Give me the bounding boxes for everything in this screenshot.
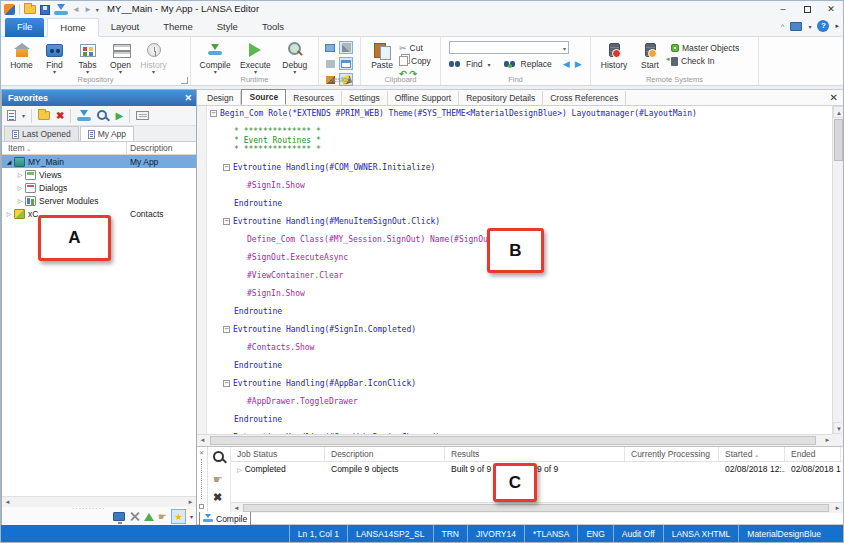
job-column-description[interactable]: Description [325, 447, 445, 461]
tree-item-views[interactable]: ▷Views [2, 168, 196, 181]
status-item-7[interactable]: LANSA XHTML [663, 525, 739, 543]
column-item[interactable]: Item▴ [8, 143, 30, 153]
maximize-button[interactable] [795, 1, 819, 18]
expand-icon[interactable]: ▷ [16, 171, 24, 178]
forward-icon[interactable]: ► [84, 5, 92, 14]
design-toolbox-button[interactable] [339, 41, 353, 54]
compile-tab[interactable]: Compile [199, 512, 251, 526]
find-previous-icon[interactable]: ◀ [563, 59, 570, 69]
back-icon[interactable]: ◄ [72, 5, 80, 14]
design-window-button[interactable] [339, 57, 353, 70]
open-icon[interactable] [38, 111, 50, 120]
status-item-3[interactable]: JIVORY14 [467, 525, 524, 543]
editor-vscrollbar[interactable]: ▲ ▼ [832, 106, 844, 434]
delete-icon[interactable]: ✖ [56, 110, 64, 121]
document-tab-design[interactable]: Design [200, 91, 241, 105]
history-button[interactable]: History ▾ [137, 39, 170, 75]
ribbon-tab-theme[interactable]: Theme [151, 18, 205, 37]
document-tab-settings[interactable]: Settings [342, 91, 388, 105]
favorites-tab-my-app[interactable]: My App [80, 126, 134, 141]
ribbon-tab-file[interactable]: File [5, 18, 44, 37]
find-button[interactable]: Find [466, 59, 483, 69]
check-in-button[interactable]: Check In [671, 56, 739, 66]
copy-button[interactable]: Copy [399, 54, 431, 67]
fold-toggle-icon[interactable]: − [223, 380, 230, 387]
find-input[interactable]: ▾ [449, 41, 569, 54]
fold-toggle-icon[interactable]: − [223, 164, 230, 171]
job-clear-icon[interactable]: ✖ [213, 491, 222, 504]
splitter-handle[interactable]: ·········· [72, 505, 105, 512]
find-next-icon[interactable]: ▶ [575, 59, 582, 69]
home-button[interactable]: Home [5, 39, 38, 70]
design-image-button[interactable] [323, 41, 337, 54]
tree-item-my_main[interactable]: ◢MY_MainMy App [2, 155, 196, 168]
panel-drag-handle[interactable] [201, 459, 202, 499]
connection-icon[interactable] [790, 22, 802, 31]
cut-button[interactable]: ✂ Cut [399, 41, 431, 54]
scroll-left-icon[interactable]: ◄ [197, 435, 208, 446]
execute-button[interactable]: Execute ▾ [235, 39, 275, 75]
ribbon-tab-tools[interactable]: Tools [250, 18, 296, 37]
connection-dropdown-icon[interactable]: ▾ [808, 23, 811, 30]
document-tab-repository-details[interactable]: Repository Details [459, 91, 543, 105]
document-tab-resources[interactable]: Resources [286, 91, 342, 105]
details-icon[interactable] [136, 111, 149, 120]
job-column-currently-processing[interactable]: Currently Processing [625, 447, 719, 461]
hscroll-thumb[interactable] [210, 436, 816, 445]
ribbon-tab-layout[interactable]: Layout [99, 18, 152, 37]
qat-dropdown-icon[interactable]: ▾ [96, 6, 99, 13]
expand-icon[interactable]: ▷ [5, 210, 13, 217]
more-icon[interactable]: ▸ [835, 22, 839, 30]
collapse-ribbon-icon[interactable]: ^ [781, 22, 785, 31]
execute-icon[interactable]: ▶ [115, 110, 123, 121]
expand-icon[interactable]: ▷ [16, 197, 24, 204]
promote-panel-icon[interactable] [144, 513, 154, 521]
selector-panel-icon[interactable]: ☛ [158, 511, 167, 522]
scroll-right-icon[interactable]: ► [832, 503, 843, 514]
paste-button[interactable]: Paste [365, 39, 399, 70]
open-icon[interactable] [24, 5, 36, 14]
expand-icon[interactable]: ▷ [16, 184, 24, 191]
fold-toggle-icon[interactable]: − [210, 110, 217, 117]
job-row[interactable]: ▷CompletedCompile 9 objectsBuilt 9 of 9 … [231, 462, 843, 477]
compile-button[interactable]: Compile ▾ [195, 39, 235, 75]
job-column-ended[interactable]: Ended [785, 447, 841, 461]
start-button[interactable]: Start [633, 39, 667, 70]
panel-close-icon[interactable]: ✕ [199, 449, 204, 456]
status-item-0[interactable]: Ln 1, Col 1 [289, 525, 347, 543]
tree-item-server-modules[interactable]: ▷Server Modules [2, 194, 196, 207]
dropdown-icon[interactable]: ▾ [563, 45, 566, 52]
scroll-up-icon[interactable]: ▲ [833, 106, 844, 118]
design-anchor-button[interactable] [323, 57, 337, 70]
panel-dock-icon[interactable] [199, 504, 204, 509]
ribbon-tab-home[interactable]: Home [47, 18, 98, 37]
job-pointer-icon[interactable]: ☛ [213, 473, 223, 486]
outline-panel-icon[interactable] [113, 512, 125, 521]
document-tab-source[interactable]: Source [241, 89, 286, 105]
fold-toggle-icon[interactable]: − [223, 218, 230, 225]
job-column-results[interactable]: Results [445, 447, 625, 461]
ribbon-tab-style[interactable]: Style [205, 18, 250, 37]
help-icon[interactable]: ? [817, 20, 829, 32]
job-column-started[interactable]: Started▴ [719, 447, 785, 461]
favorites-tab-last-opened[interactable]: Last Opened [4, 126, 79, 141]
favorites-close-icon[interactable]: ✕ [184, 90, 192, 106]
tabs-button[interactable]: Tabs ▾ [71, 39, 104, 75]
save-icon[interactable] [40, 5, 50, 15]
dialog-launcher-icon[interactable] [181, 77, 188, 84]
master-objects-button[interactable]: Master Objects [671, 43, 739, 53]
vscroll-thumb[interactable] [834, 119, 843, 161]
statusbar-overflow-icon[interactable]: ▾ [837, 8, 840, 15]
view-list-icon[interactable] [7, 110, 16, 121]
status-item-2[interactable]: TRN [433, 525, 467, 543]
editor-hscrollbar[interactable]: ◄ ► [197, 434, 833, 446]
tree-item-dialogs[interactable]: ▷Dialogs [2, 181, 196, 194]
open-button[interactable]: Open ▾ [104, 39, 137, 75]
row-expander-icon[interactable]: ▷ [237, 467, 242, 473]
compile-icon[interactable] [77, 110, 91, 122]
collapse-icon[interactable]: ◢ [5, 158, 13, 165]
fold-toggle-icon[interactable]: − [223, 326, 230, 333]
status-item-6[interactable]: Audit Off [613, 525, 663, 543]
debug-button[interactable]: Debug ▾ [276, 39, 314, 75]
favorites-panel-icon-active[interactable]: ★ [171, 509, 186, 524]
